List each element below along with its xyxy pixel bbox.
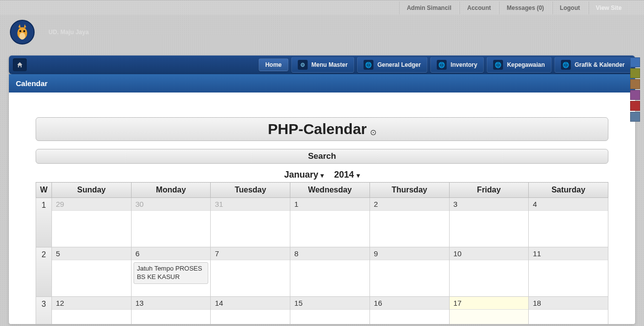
calendar-day-cell[interactable]: 29 — [52, 198, 132, 247]
theme-color-swatch[interactable] — [630, 90, 640, 100]
calendar-day-cell[interactable]: 18 — [529, 297, 608, 325]
view-site-link[interactable]: View Site — [589, 1, 629, 14]
nav-kepegawaian[interactable]: 🌐 Kepegawaian — [487, 57, 552, 73]
week-header: W — [36, 183, 52, 198]
day-number: 16 — [370, 297, 449, 310]
calendar-day-cell[interactable]: 5 — [52, 247, 132, 297]
calendar-day-cell[interactable]: 30 — [131, 198, 211, 247]
svg-point-3 — [23, 30, 25, 32]
nav-inventory[interactable]: 🌐 Inventory — [430, 57, 484, 73]
month-navigation: January ▾ 2014 ▾ — [36, 168, 608, 182]
day-number: 6 — [132, 247, 211, 260]
day-number: 29 — [52, 198, 131, 211]
calendar-week-row: 12930311234 — [36, 198, 608, 247]
calendar-day-cell[interactable]: 7 — [211, 247, 290, 297]
theme-color-swatch[interactable] — [630, 101, 640, 111]
month-label: January — [284, 170, 318, 180]
calendar-day-cell[interactable]: 1 — [290, 198, 370, 247]
admin-link[interactable]: Admin Simancil — [399, 1, 459, 14]
day-number: 18 — [529, 297, 608, 310]
calendar-day-cell[interactable]: 6Jatuh Tempo PROSES BS KE KASUR — [131, 247, 211, 297]
calendar-day-cell[interactable]: 17 — [449, 297, 529, 325]
calendar-day-cell[interactable]: 13 — [131, 297, 211, 325]
year-dropdown-icon[interactable]: ▾ — [357, 172, 360, 179]
messages-link[interactable]: Messages (0) — [499, 1, 551, 14]
calendar-table: W Sunday Monday Tuesday Wednesday Thursd… — [36, 182, 608, 324]
year-label: 2014 — [334, 170, 354, 180]
content-panel: Calendar PHP-Calendar⊙ Search January ▾ … — [9, 74, 635, 324]
day-number: 9 — [370, 247, 449, 260]
calendar-day-cell[interactable]: 15 — [290, 297, 370, 325]
day-number: 15 — [290, 297, 369, 310]
nav-menu-master-label: Menu Master — [312, 61, 348, 68]
day-number: 30 — [132, 198, 211, 211]
day-header: Thursday — [369, 183, 449, 198]
day-number: 12 — [52, 297, 131, 310]
section-title: Calendar — [9, 74, 635, 93]
nav-grafik[interactable]: 🌐 Grafik & Kalender — [554, 57, 631, 73]
main-navbar: Home ⚙ Menu Master 🌐 General Ledger 🌐 In… — [9, 55, 635, 74]
calendar-day-cell[interactable]: 9 — [369, 247, 449, 297]
day-number: 11 — [529, 247, 608, 260]
calendar-header-row: W Sunday Monday Tuesday Wednesday Thursd… — [36, 183, 608, 198]
theme-color-picker — [630, 57, 642, 122]
day-number: 31 — [211, 198, 290, 211]
search-button[interactable]: Search — [36, 149, 608, 164]
header: UD. Maju Jaya — [0, 15, 644, 49]
nav-home[interactable]: Home — [259, 58, 288, 71]
calendar-event[interactable]: Jatuh Tempo PROSES BS KE KASUR — [134, 262, 209, 284]
day-number: 1 — [290, 198, 369, 211]
day-number: 2 — [370, 198, 449, 211]
day-number: 10 — [450, 247, 529, 260]
day-number: 14 — [211, 297, 290, 310]
week-number: 1 — [36, 198, 52, 247]
calendar-title-bar: PHP-Calendar⊙ — [36, 117, 608, 141]
day-header: Friday — [449, 183, 529, 198]
top-utility-bar: Admin Simancil Account Messages (0) Logo… — [0, 0, 644, 15]
day-header: Saturday — [529, 183, 608, 198]
svg-point-2 — [19, 30, 21, 32]
logo-icon — [10, 20, 35, 45]
svg-point-1 — [19, 33, 25, 40]
calendar-day-cell[interactable]: 10 — [449, 247, 529, 297]
month-dropdown-icon[interactable]: ▾ — [321, 172, 324, 179]
nav-inventory-label: Inventory — [451, 61, 477, 68]
logout-link[interactable]: Logout — [552, 1, 588, 14]
calendar-day-cell[interactable]: 2 — [369, 198, 449, 247]
nav-grafik-label: Grafik & Kalender — [575, 61, 625, 68]
nav-general-ledger[interactable]: 🌐 General Ledger — [357, 57, 427, 73]
nav-kepegawaian-label: Kepegawaian — [507, 61, 545, 68]
theme-color-swatch[interactable] — [630, 79, 640, 89]
day-header: Wednesday — [290, 183, 370, 198]
week-number: 2 — [36, 247, 52, 297]
nav-menu-master[interactable]: ⚙ Menu Master — [291, 57, 354, 73]
day-number: 3 — [450, 198, 529, 211]
calendar-options-icon[interactable]: ⊙ — [370, 128, 376, 137]
calendar-day-cell[interactable]: 3 — [449, 198, 529, 247]
globe-icon: 🌐 — [437, 60, 447, 70]
globe-icon: 🌐 — [364, 60, 373, 70]
calendar-week-row: 312131415161718 — [36, 297, 608, 325]
day-number: 7 — [211, 247, 290, 260]
theme-color-swatch[interactable] — [630, 68, 640, 78]
globe-icon: 🌐 — [561, 60, 571, 70]
calendar-day-cell[interactable]: 12 — [52, 297, 132, 325]
account-link[interactable]: Account — [460, 1, 498, 14]
calendar-day-cell[interactable]: 16 — [369, 297, 449, 325]
calendar-day-cell[interactable]: 8 — [290, 247, 370, 297]
theme-color-swatch[interactable] — [630, 112, 640, 122]
day-number: 17 — [450, 297, 529, 310]
day-number: 5 — [52, 247, 131, 260]
day-number: 13 — [132, 297, 211, 310]
day-header: Monday — [131, 183, 211, 198]
calendar-day-cell[interactable]: 14 — [211, 297, 290, 325]
calendar-title: PHP-Calendar — [268, 121, 367, 137]
day-header: Tuesday — [211, 183, 290, 198]
calendar-day-cell[interactable]: 31 — [211, 198, 290, 247]
nav-general-ledger-label: General Ledger — [377, 61, 421, 68]
calendar-day-cell[interactable]: 11 — [529, 247, 608, 297]
home-icon-button[interactable] — [13, 58, 27, 71]
theme-color-swatch[interactable] — [630, 57, 640, 67]
org-name: UD. Maju Jaya — [48, 29, 89, 36]
calendar-day-cell[interactable]: 4 — [529, 198, 608, 247]
